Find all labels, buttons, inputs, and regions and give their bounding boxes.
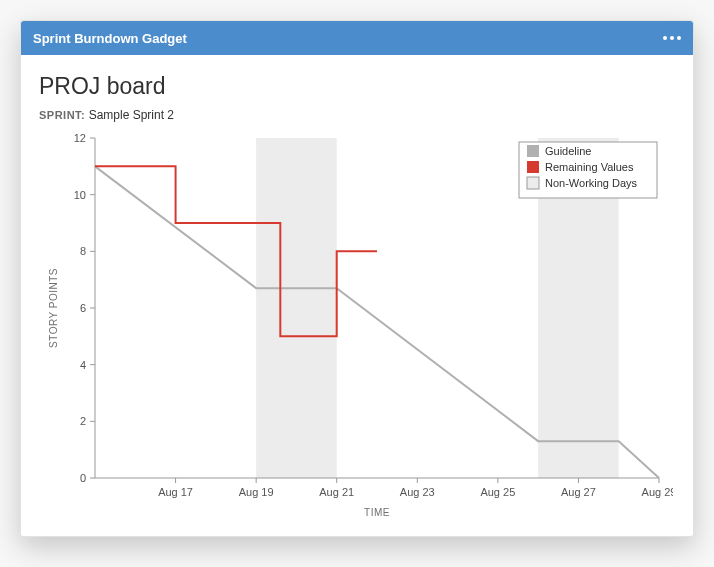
x-axis-title: TIME [364,507,390,518]
legend-guideline-swatch [527,145,539,157]
y-axis-title: STORY POINTS [48,268,59,348]
svg-text:4: 4 [80,359,86,371]
gadget-title: Sprint Burndown Gadget [33,31,187,46]
gadget-menu-icon[interactable] [663,36,681,40]
legend-nonworking-label: Non-Working Days [545,177,638,189]
gadget-header: Sprint Burndown Gadget [21,21,693,55]
gadget-card: Sprint Burndown Gadget PROJ board SPRINT… [20,20,694,537]
sprint-label: SPRINT: [39,109,85,121]
svg-text:12: 12 [74,132,86,144]
legend-remaining-label: Remaining Values [545,161,634,173]
legend-nonworking-swatch [527,177,539,189]
svg-text:Aug 25: Aug 25 [480,486,515,498]
svg-text:10: 10 [74,189,86,201]
svg-text:0: 0 [80,472,86,484]
svg-text:6: 6 [80,302,86,314]
sprint-line: SPRINT: Sample Sprint 2 [39,108,675,122]
svg-text:2: 2 [80,415,86,427]
board-title: PROJ board [39,73,675,100]
svg-text:Aug 21: Aug 21 [319,486,354,498]
gadget-body: PROJ board SPRINT: Sample Sprint 2 02468… [21,55,693,540]
svg-text:Aug 23: Aug 23 [400,486,435,498]
svg-text:Aug 29: Aug 29 [642,486,673,498]
non-working-band [256,138,337,478]
svg-text:8: 8 [80,245,86,257]
svg-text:Aug 27: Aug 27 [561,486,596,498]
sprint-name: Sample Sprint 2 [89,108,174,122]
svg-text:Aug 19: Aug 19 [239,486,274,498]
legend-guideline-label: Guideline [545,145,591,157]
burndown-chart: 024681012Aug 17Aug 19Aug 21Aug 23Aug 25A… [39,130,673,530]
svg-text:Aug 17: Aug 17 [158,486,193,498]
legend-remaining-swatch [527,161,539,173]
